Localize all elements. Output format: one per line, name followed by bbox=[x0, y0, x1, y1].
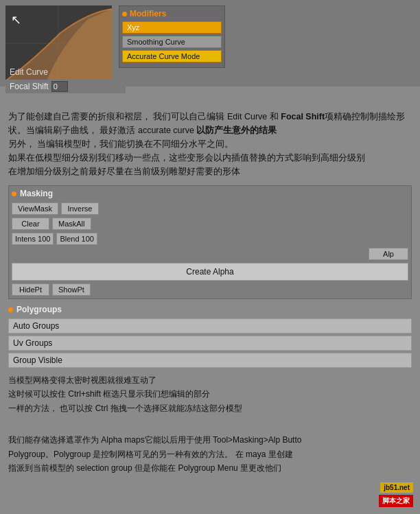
focal-shift-input[interactable] bbox=[51, 81, 68, 92]
bottom-line2: 这时候可以按住 Ctrl+shift 框选只显示我们想编辑的部分 bbox=[8, 387, 412, 401]
watermark-area: jb51.net 脚本之家 bbox=[379, 482, 413, 507]
description-block: 为了能创建自己需要的折痕和褶层， 我们可以自己编辑 Edit Curve 和 F… bbox=[8, 110, 412, 178]
masking-title: Masking bbox=[12, 189, 408, 198]
watermark-site: jb51.net bbox=[380, 482, 413, 493]
desc-line3: 如果在低模型细分级别我们移动一些点，这些变形会以内插值替换的方式影响到高细分级别 bbox=[8, 151, 412, 165]
uv-groups-button[interactable]: Uv Groups bbox=[8, 336, 412, 351]
modifiers-panel: Modifiers Xyz Smoothing Curve Accurate C… bbox=[119, 5, 225, 68]
main-content: 为了能创建自己需要的折痕和褶层， 我们可以自己编辑 Edit Curve 和 F… bbox=[0, 103, 420, 487]
bottom-text-block2: 我们能存储选择遮罩作为 Alpha maps它能以后用于使用 Tool>Mask… bbox=[8, 433, 412, 475]
desc-line4: 在增加细分级别之前最好尽量在当前级别雕塑好需要的形体 bbox=[8, 165, 412, 178]
intens-button[interactable]: Intens 100 bbox=[12, 233, 54, 245]
masking-panel: Masking ViewMask Inverse Clear MaskAll I… bbox=[8, 185, 412, 299]
create-alpha-button[interactable]: Create Alpha bbox=[12, 263, 408, 281]
viewmask-button[interactable]: ViewMask bbox=[12, 202, 58, 215]
alp-button[interactable]: Alp bbox=[369, 248, 408, 260]
modifiers-dot bbox=[122, 12, 127, 16]
bottom-line5: 我们能存储选择遮罩作为 Alpha maps它能以后用于使用 Tool>Mask… bbox=[8, 433, 412, 447]
bottom-line3: 一样的方法， 也可以按 Ctrl 拖拽一个选择区就能冻结这部分模型 bbox=[8, 401, 412, 415]
blend-button[interactable]: Blend 100 bbox=[56, 233, 97, 245]
clear-button[interactable]: Clear bbox=[12, 218, 49, 230]
masking-dot bbox=[12, 191, 16, 196]
group-visible-button[interactable]: Group Visible bbox=[8, 353, 412, 368]
smoothing-curve-button[interactable]: Smoothing Curve bbox=[122, 36, 222, 48]
xyz-button[interactable]: Xyz bbox=[122, 21, 222, 34]
focal-shift-label: Focal Shift bbox=[10, 82, 49, 91]
focal-shift-row: Focal Shift bbox=[5, 80, 126, 93]
hide-show-row: HidePt ShowPt bbox=[12, 283, 408, 296]
polygroups-title: Polygroups bbox=[8, 305, 412, 314]
hidept-button[interactable]: HidePt bbox=[12, 283, 49, 296]
mask-row3: Intens 100 Blend 100 bbox=[12, 233, 408, 245]
polygroups-dot bbox=[8, 307, 13, 312]
top-section: ↖ Edit Curve Focal Shift Modifiers Xyz S… bbox=[0, 0, 420, 86]
modifiers-title: Modifiers bbox=[122, 9, 222, 19]
polygroups-section: Polygroups Auto Groups Uv Groups Group V… bbox=[8, 305, 412, 368]
maskall-button[interactable]: MaskAll bbox=[52, 218, 91, 230]
accurate-curve-button[interactable]: Accurate Curve Mode bbox=[122, 50, 222, 62]
auto-groups-button[interactable]: Auto Groups bbox=[8, 318, 412, 334]
edit-curve-label: Edit Curve bbox=[10, 67, 48, 77]
bottom-line6: Polygroup。Polygroup 是控制网格可见的另一种有效的方法。 在 … bbox=[8, 447, 412, 461]
curve-canvas[interactable]: ↖ Edit Curve bbox=[5, 5, 112, 81]
watermark-brand: 脚本之家 bbox=[379, 495, 413, 507]
mask-row1: ViewMask Inverse bbox=[12, 202, 408, 215]
bottom-text-block1: 当模型网格变得太密时视图就很难互动了 这时候可以按住 Ctrl+shift 框选… bbox=[8, 373, 412, 415]
alp-row: Alp bbox=[12, 248, 408, 260]
bottom-line7: 指派到当前模型的 selection group 但是你能在 Polygroup… bbox=[8, 461, 412, 475]
bottom-line1: 当模型网格变得太密时视图就很难互动了 bbox=[8, 373, 412, 387]
desc-line2: 另外， 当编辑模型时，我们能切换在不同细分水平之间。 bbox=[8, 137, 412, 151]
desc-line1: 为了能创建自己需要的折痕和褶层， 我们可以自己编辑 Edit Curve 和 F… bbox=[8, 110, 412, 137]
inverse-button[interactable]: Inverse bbox=[61, 202, 99, 215]
mask-row2: Clear MaskAll bbox=[12, 218, 408, 230]
cursor-icon: ↖ bbox=[11, 12, 21, 27]
showpt-button[interactable]: ShowPt bbox=[52, 283, 91, 296]
